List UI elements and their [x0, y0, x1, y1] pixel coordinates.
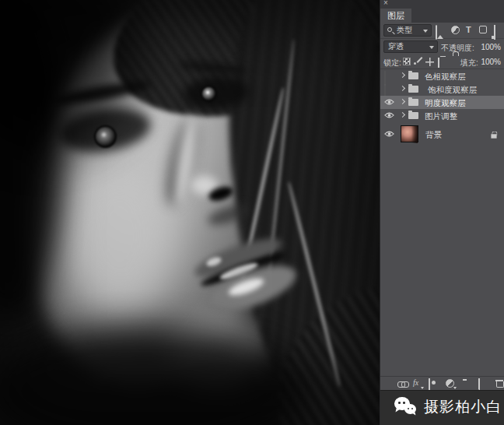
expand-arrow-icon[interactable] [400, 72, 405, 78]
dropdown-dot-icon [453, 387, 457, 389]
visibility-toggle[interactable] [384, 98, 394, 107]
blend-mode-select[interactable]: 穿透 [383, 40, 438, 53]
layer-lock-icon [491, 134, 496, 138]
dropdown-dot-icon [421, 387, 424, 389]
photoshop-window: × 图层 类型 T 穿透 不透明度: 100% [0, 0, 504, 425]
lock-label: 锁定: [383, 58, 401, 68]
panel-tab-bar: 图层 [380, 9, 504, 23]
visibility-toggle[interactable] [384, 72, 394, 80]
pixel-layer-filter-icon[interactable] [436, 25, 437, 40]
eye-icon [384, 130, 394, 138]
opacity-value[interactable]: 100% [481, 43, 501, 51]
expand-arrow-icon[interactable] [400, 99, 405, 104]
wechat-eye [408, 408, 410, 410]
tab-layers[interactable]: 图层 [380, 9, 411, 23]
eye-icon [384, 111, 394, 119]
layer-row-image-adjust[interactable]: 图片调整 [380, 109, 504, 122]
fill-label: 填充: [460, 58, 478, 68]
layer-filter-row: 类型 T [380, 23, 504, 39]
lock-fill-row: 锁定: 填充: 100% [380, 54, 504, 69]
expand-arrow-icon[interactable] [400, 86, 405, 91]
watermark-text: 摄影柏小白 [424, 391, 502, 425]
photo-vignette [0, 0, 380, 425]
shape-layer-filter-icon[interactable] [479, 26, 487, 33]
layer-thumbnail[interactable] [401, 125, 418, 142]
blend-mode-value: 穿透 [388, 42, 404, 51]
visibility-toggle[interactable] [384, 85, 394, 93]
lock-artboard-icon[interactable] [438, 58, 439, 68]
visibility-toggle[interactable] [384, 111, 394, 120]
layer-style-icon[interactable]: fx [413, 378, 418, 387]
eye-icon [384, 98, 394, 106]
chevron-down-icon [429, 46, 434, 49]
wechat-bubble [404, 404, 416, 414]
adjustment-layer-filter-icon[interactable] [451, 26, 460, 34]
wechat-icon [394, 397, 421, 420]
layer-name: 背景 [425, 130, 442, 141]
layer-row-luminosity[interactable]: 明度观察层 [380, 96, 504, 109]
visibility-toggle[interactable] [384, 130, 394, 139]
layer-row-background[interactable]: 背景 [380, 122, 504, 146]
filter-type-select[interactable]: 类型 [383, 24, 432, 37]
layer-name: 饱和度观察层 [428, 85, 477, 96]
watermark-bar: 摄影柏小白 [380, 390, 504, 425]
folder-icon [408, 72, 418, 79]
layer-name: 明度观察层 [425, 98, 466, 109]
close-icon[interactable]: × [383, 0, 388, 7]
layer-row-saturation[interactable]: 饱和度观察层 [380, 83, 504, 96]
wechat-eye [398, 402, 401, 404]
lock-transparent-pixels-icon[interactable] [403, 58, 411, 65]
layer-row-hue[interactable]: 色相观察层 [380, 69, 504, 83]
folder-icon [408, 99, 418, 106]
fill-value[interactable]: 100% [481, 58, 501, 66]
document-canvas[interactable] [0, 0, 380, 425]
layer-name: 图片调整 [425, 111, 457, 122]
layer-name: 色相观察层 [425, 72, 466, 83]
type-layer-filter-icon[interactable]: T [466, 26, 471, 34]
magnifier-icon [387, 27, 392, 32]
lock-position-icon[interactable] [425, 58, 434, 66]
folder-icon [408, 86, 418, 93]
panel-top-strip: × [380, 0, 504, 9]
wechat-eye [403, 402, 405, 404]
layers-panel-footer: fx [380, 376, 504, 390]
folder-icon [408, 112, 418, 119]
expand-arrow-icon[interactable] [400, 112, 405, 118]
layers-panel: × 图层 类型 T 穿透 不透明度: 100% [380, 0, 504, 425]
blend-opacity-row: 穿透 不透明度: 100% [380, 40, 504, 54]
smart-object-filter-icon[interactable] [494, 25, 495, 40]
chevron-down-icon [423, 30, 428, 33]
wechat-eye [411, 408, 414, 410]
filter-type-label: 类型 [397, 26, 412, 34]
